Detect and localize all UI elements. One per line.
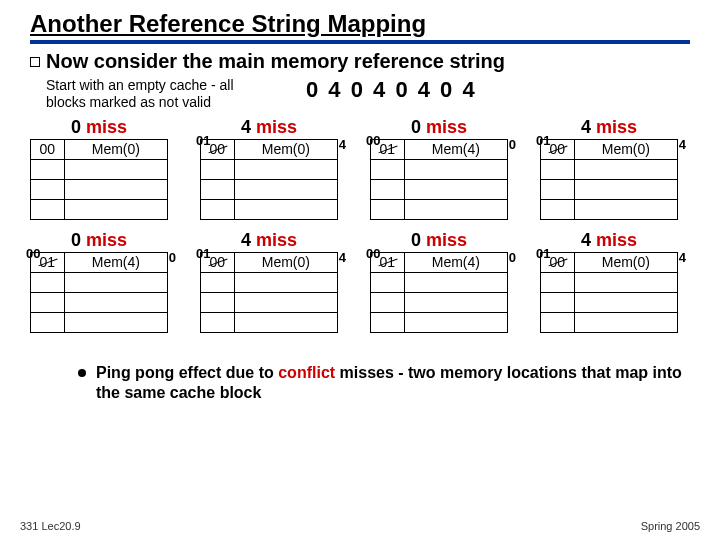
data-cell: Mem(4) [404, 139, 507, 159]
miss-label: miss [256, 117, 297, 137]
new-idx-ann: 4 [679, 137, 686, 152]
cache-table: 00 Mem(0) [200, 139, 338, 220]
cache-block: 4 miss 01 4 00 Mem(0) [540, 252, 678, 333]
access-num: 4 [581, 117, 591, 137]
cache-header: 0 miss [370, 230, 508, 251]
cache-header: 0 miss [30, 230, 168, 251]
cache-header: 0 miss [370, 117, 508, 138]
cache-table: 01 Mem(4) [370, 139, 508, 220]
cache-header: 4 miss [200, 230, 338, 251]
cache-header: 4 miss [200, 117, 338, 138]
data-cell: Mem(0) [574, 139, 677, 159]
miss-label: miss [426, 117, 467, 137]
cache-table: 00 Mem(0) [200, 252, 338, 333]
miss-label: miss [596, 117, 637, 137]
new-tag-ann: 00 [366, 246, 380, 261]
access-num: 0 [71, 117, 81, 137]
cache-block: 0 miss 00 Mem(0) [30, 139, 168, 220]
cache-table: 01 Mem(4) [370, 252, 508, 333]
new-tag-ann: 00 [366, 133, 380, 148]
sub-line: Start with an empty cache - all blocks m… [46, 77, 276, 111]
new-tag-ann: 01 [196, 246, 210, 261]
cache-block: 4 miss 01 4 00 Mem(0) [200, 252, 338, 333]
data-cell: Mem(4) [404, 252, 507, 272]
cache-table: 00 Mem(0) [540, 139, 678, 220]
cache-block: 0 miss 00 0 01 Mem(4) [370, 252, 508, 333]
new-tag-ann: 00 [26, 246, 40, 261]
cache-header: 4 miss [540, 230, 678, 251]
footnote-text: Ping pong effect due to conflict misses … [96, 363, 690, 403]
cache-table: 01 Mem(4) [30, 252, 168, 333]
reference-string: 0 4 0 4 0 4 0 4 [306, 77, 477, 103]
cache-table: 00 Mem(0) [30, 139, 168, 220]
cache-row-a: 0 miss 00 Mem(0) 4 miss 01 4 00 Mem(0) [30, 139, 690, 220]
miss-label: miss [596, 230, 637, 250]
access-num: 4 [581, 230, 591, 250]
data-cell: Mem(0) [574, 252, 677, 272]
new-idx-ann: 0 [509, 250, 516, 265]
new-idx-ann: 0 [169, 250, 176, 265]
slide-footer: 331 Lec20.9 Spring 2005 [20, 520, 700, 532]
square-bullet-icon [30, 57, 40, 67]
miss-label: miss [86, 117, 127, 137]
footnote: Ping pong effect due to conflict misses … [78, 363, 690, 403]
access-num: 0 [71, 230, 81, 250]
main-line: Now consider the main memory reference s… [46, 50, 505, 73]
cache-header: 4 miss [540, 117, 678, 138]
data-cell: Mem(0) [234, 139, 337, 159]
footer-right: Spring 2005 [641, 520, 700, 532]
access-num: 0 [411, 117, 421, 137]
miss-label: miss [256, 230, 297, 250]
footer-left: 331 Lec20.9 [20, 520, 81, 532]
cache-block: 0 miss 00 0 01 Mem(4) [370, 139, 508, 220]
cache-block: 4 miss 01 4 00 Mem(0) [200, 139, 338, 220]
cache-header: 0 miss [30, 117, 168, 138]
tag-cell: 00 [31, 139, 65, 159]
miss-label: miss [426, 230, 467, 250]
new-idx-ann: 4 [339, 250, 346, 265]
data-cell: Mem(0) [234, 252, 337, 272]
access-num: 0 [411, 230, 421, 250]
cache-row-b: 0 miss 00 0 01 Mem(4) 4 miss 01 4 00 [30, 252, 690, 333]
slide-title: Another Reference String Mapping [30, 10, 690, 44]
new-tag-ann: 01 [536, 246, 550, 261]
new-idx-ann: 4 [679, 250, 686, 265]
cache-block: 4 miss 01 4 00 Mem(0) [540, 139, 678, 220]
conflict-word: conflict [278, 364, 335, 381]
cache-block: 0 miss 00 0 01 Mem(4) [30, 252, 168, 333]
new-idx-ann: 0 [509, 137, 516, 152]
data-cell: Mem(0) [64, 139, 167, 159]
miss-label: miss [86, 230, 127, 250]
access-num: 4 [241, 117, 251, 137]
access-num: 4 [241, 230, 251, 250]
new-tag-ann: 01 [196, 133, 210, 148]
cache-table: 00 Mem(0) [540, 252, 678, 333]
new-idx-ann: 4 [339, 137, 346, 152]
round-bullet-icon [78, 369, 86, 377]
data-cell: Mem(4) [64, 252, 167, 272]
new-tag-ann: 01 [536, 133, 550, 148]
